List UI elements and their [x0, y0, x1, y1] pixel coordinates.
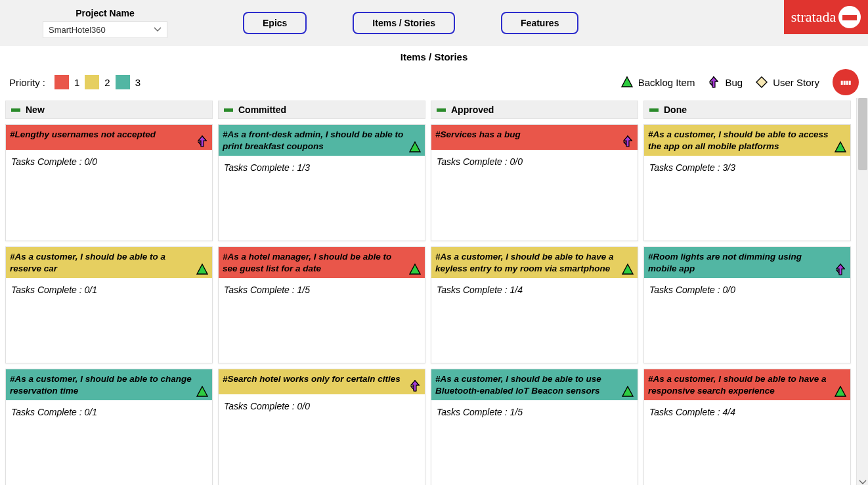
- collapse-icon[interactable]: [649, 108, 659, 112]
- board-card[interactable]: #As a customer, I should be able to have…: [431, 246, 638, 363]
- column-header[interactable]: Done: [643, 101, 851, 119]
- column-header[interactable]: Approved: [431, 101, 638, 119]
- priority-value-1: 1: [74, 77, 79, 88]
- features-button[interactable]: Features: [501, 12, 578, 34]
- priority-swatch-3: [116, 75, 130, 89]
- card-header: #As a front-desk admin, I should be able…: [219, 125, 425, 156]
- top-bar: Project Name SmartHotel360 Epics Items /…: [0, 0, 868, 46]
- card-tasks-complete: Tasks Complete : 1/3: [219, 156, 425, 179]
- priority-value-3: 3: [135, 77, 141, 88]
- priority-value-2: 2: [104, 77, 110, 88]
- items-stories-button[interactable]: Items / Stories: [353, 12, 455, 34]
- project-name-label: Project Name: [76, 8, 134, 18]
- card-header: #As a customer, I should be able to chan…: [6, 369, 212, 400]
- legend-row: Priority : 1 2 3 Backlog Item Bug User S…: [0, 62, 868, 98]
- board-card[interactable]: #Lengthy usernames not acceptedTasks Com…: [5, 124, 213, 241]
- project-select-value: SmartHotel360: [49, 25, 106, 35]
- board-card[interactable]: #As a customer, I should be able to acce…: [643, 124, 851, 241]
- card-header: #As a customer, I should be able to acce…: [644, 125, 850, 156]
- card-header: #As a hotel manager, I should be able to…: [219, 247, 425, 278]
- bug-icon: [708, 76, 720, 88]
- legend-backlog-item: Backlog Item: [621, 76, 695, 88]
- board-card[interactable]: #As a hotel manager, I should be able to…: [218, 246, 425, 363]
- section-title: Items / Stories: [0, 51, 868, 62]
- board-column: Approved#Services has a bugTasks Complet…: [431, 101, 638, 485]
- kanban-board: New#Lengthy usernames not acceptedTasks …: [0, 98, 856, 485]
- legend-user-story: User Story: [756, 76, 819, 88]
- chevron-down-icon: [154, 26, 162, 34]
- backlog-icon: [196, 264, 208, 275]
- card-tasks-complete: Tasks Complete : 4/4: [644, 400, 850, 424]
- bug-icon: [835, 264, 846, 275]
- column-title: Approved: [451, 104, 494, 115]
- project-select[interactable]: SmartHotel360: [43, 21, 167, 38]
- backlog-icon: [622, 264, 634, 275]
- card-header: #As a customer, I should be able to have…: [644, 369, 850, 400]
- backlog-icon: [622, 386, 634, 398]
- brand-logo-text: stratada: [791, 9, 836, 26]
- legend-bug: Bug: [708, 76, 743, 88]
- backlog-icon: [409, 264, 421, 275]
- user-story-icon: [756, 76, 768, 88]
- brand-badge: ▮▮▮▮: [833, 69, 859, 95]
- board-card[interactable]: #As a customer, I should be able to have…: [643, 369, 851, 485]
- card-header: #As a customer, I should be able to have…: [431, 247, 638, 278]
- collapse-icon[interactable]: [11, 108, 20, 112]
- priority-swatch-2: [85, 75, 99, 89]
- scrollbar-thumb[interactable]: [858, 98, 867, 170]
- legend-bug-label: Bug: [725, 77, 743, 88]
- card-tasks-complete: Tasks Complete : 0/1: [6, 400, 212, 424]
- card-tasks-complete: Tasks Complete : 1/5: [431, 400, 638, 424]
- board-card[interactable]: #As a customer, I should be able to use …: [431, 369, 638, 485]
- column-header[interactable]: Committed: [218, 101, 425, 119]
- card-tasks-complete: Tasks Complete : 1/4: [431, 278, 638, 302]
- collapse-icon[interactable]: [437, 108, 446, 112]
- board-card[interactable]: #As a front-desk admin, I should be able…: [218, 124, 425, 241]
- board-column: Committed#As a front-desk admin, I shoul…: [218, 101, 425, 485]
- board-card[interactable]: #As a customer, I should be able to a re…: [5, 246, 213, 363]
- card-header: #As a customer, I should be able to use …: [431, 369, 638, 400]
- priority-label: Priority :: [9, 77, 45, 88]
- card-tasks-complete: Tasks Complete : 0/0: [219, 394, 425, 418]
- board-column: Done#As a customer, I should be able to …: [643, 101, 851, 485]
- backlog-icon: [835, 386, 846, 398]
- board-card[interactable]: #Room lights are not dimming using mobil…: [643, 246, 851, 363]
- card-tasks-complete: Tasks Complete : 3/3: [644, 156, 850, 179]
- card-header: #Room lights are not dimming using mobil…: [644, 247, 850, 278]
- column-title: Committed: [238, 104, 286, 115]
- brand-logo: stratada: [784, 0, 868, 34]
- board-card[interactable]: #As a customer, I should be able to chan…: [5, 369, 213, 485]
- card-header: #Services has a bug: [431, 125, 638, 150]
- collapse-icon[interactable]: [224, 108, 233, 112]
- priority-swatch-1: [54, 75, 69, 89]
- epics-button[interactable]: Epics: [243, 12, 307, 34]
- column-title: New: [26, 104, 45, 115]
- board-card[interactable]: #Services has a bugTasks Complete : 0/0: [431, 124, 638, 241]
- scroll-down-icon[interactable]: [857, 476, 868, 485]
- card-tasks-complete: Tasks Complete : 0/0: [431, 150, 638, 173]
- card-tasks-complete: Tasks Complete : 1/5: [219, 278, 425, 302]
- board-card[interactable]: #Search hotel works only for certain cit…: [218, 369, 425, 485]
- bug-icon: [622, 135, 634, 147]
- backlog-icon: [621, 76, 633, 88]
- legend-user-story-label: User Story: [773, 77, 819, 88]
- card-tasks-complete: Tasks Complete : 0/1: [6, 278, 212, 302]
- bug-icon: [196, 135, 208, 147]
- card-header: #Lengthy usernames not accepted: [6, 125, 212, 150]
- board-column: New#Lengthy usernames not acceptedTasks …: [5, 101, 213, 485]
- card-header: #Search hotel works only for certain cit…: [219, 369, 425, 394]
- column-title: Done: [664, 104, 687, 115]
- card-tasks-complete: Tasks Complete : 0/0: [644, 278, 850, 302]
- vertical-scrollbar[interactable]: [856, 98, 868, 485]
- backlog-icon: [409, 141, 421, 153]
- legend-backlog-label: Backlog Item: [638, 77, 695, 88]
- backlog-icon: [835, 141, 846, 153]
- card-header: #As a customer, I should be able to a re…: [6, 247, 212, 278]
- column-header[interactable]: New: [5, 101, 213, 119]
- backlog-icon: [196, 386, 208, 398]
- bug-icon: [409, 380, 421, 392]
- card-tasks-complete: Tasks Complete : 0/0: [6, 150, 212, 173]
